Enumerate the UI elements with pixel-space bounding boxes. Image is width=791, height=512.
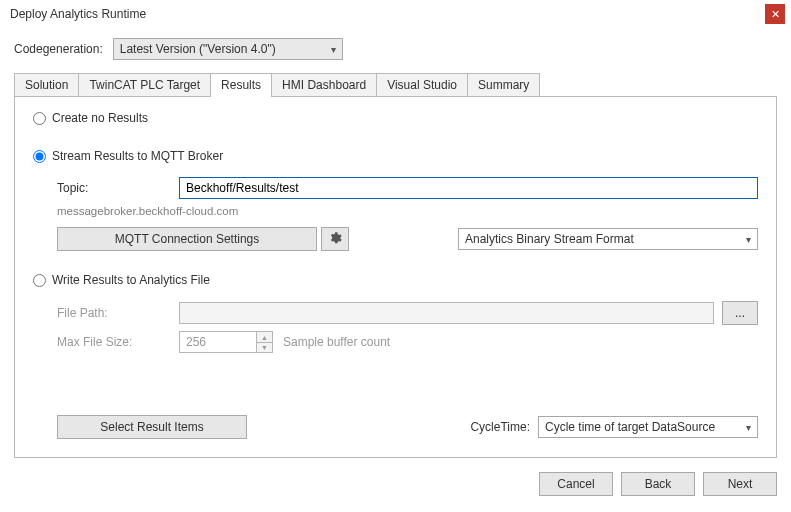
option-file-row[interactable]: Write Results to Analytics File	[33, 273, 758, 287]
footer: Cancel Back Next	[0, 466, 791, 512]
file-path-row: File Path: ...	[57, 301, 758, 325]
radio-stream-mqtt-label: Stream Results to MQTT Broker	[52, 149, 223, 163]
tab-visual-studio[interactable]: Visual Studio	[376, 73, 468, 97]
gear-icon	[328, 231, 342, 248]
max-file-size-spinner[interactable]: 256 ▲ ▼	[179, 331, 273, 353]
tab-results[interactable]: Results	[210, 73, 272, 97]
codegen-row: Codegeneration: Latest Version ("Version…	[0, 28, 791, 64]
spinner-up-icon[interactable]: ▲	[256, 332, 272, 342]
chevron-down-icon: ▾	[331, 44, 336, 55]
spinner-down-icon[interactable]: ▼	[256, 342, 272, 352]
next-button[interactable]: Next	[703, 472, 777, 496]
mqtt-settings-button[interactable]: MQTT Connection Settings	[57, 227, 317, 251]
chevron-down-icon: ▾	[746, 234, 751, 245]
window-title: Deploy Analytics Runtime	[10, 7, 146, 21]
close-icon: ✕	[771, 9, 780, 20]
mqtt-settings-gear-button[interactable]	[321, 227, 349, 251]
results-panel: Create no Results Stream Results to MQTT…	[14, 96, 777, 458]
max-file-size-row: Max File Size: 256 ▲ ▼ Sample buffer cou…	[57, 331, 758, 353]
radio-write-file-label: Write Results to Analytics File	[52, 273, 210, 287]
tab-summary[interactable]: Summary	[467, 73, 540, 97]
option-stream-row[interactable]: Stream Results to MQTT Broker	[33, 149, 758, 163]
radio-create-none-label: Create no Results	[52, 111, 148, 125]
max-file-size-value: 256	[186, 335, 206, 349]
cycletime-combo[interactable]: Cycle time of target DataSource ▾	[538, 416, 758, 438]
stream-format-combo[interactable]: Analytics Binary Stream Format ▾	[458, 228, 758, 250]
radio-create-none[interactable]	[33, 112, 46, 125]
select-result-items-button[interactable]: Select Result Items	[57, 415, 247, 439]
title-bar: Deploy Analytics Runtime ✕	[0, 0, 791, 28]
file-path-label: File Path:	[57, 306, 179, 320]
file-path-input	[179, 302, 714, 324]
chevron-down-icon: ▾	[746, 422, 751, 433]
tab-plc-target[interactable]: TwinCAT PLC Target	[78, 73, 211, 97]
close-button[interactable]: ✕	[765, 4, 785, 24]
cycletime-label: CycleTime:	[470, 420, 530, 434]
tab-solution[interactable]: Solution	[14, 73, 79, 97]
broker-host-text: messagebroker.beckhoff-cloud.com	[57, 205, 758, 217]
max-file-size-label: Max File Size:	[57, 335, 179, 349]
stream-format-value: Analytics Binary Stream Format	[465, 232, 634, 246]
tab-strip: Solution TwinCAT PLC Target Results HMI …	[0, 64, 791, 96]
cancel-button[interactable]: Cancel	[539, 472, 613, 496]
tab-hmi-dashboard[interactable]: HMI Dashboard	[271, 73, 377, 97]
topic-row: Topic:	[57, 177, 758, 199]
topic-input[interactable]	[179, 177, 758, 199]
codegen-combo[interactable]: Latest Version ("Version 4.0") ▾	[113, 38, 343, 60]
max-file-size-hint: Sample buffer count	[283, 335, 390, 349]
back-button[interactable]: Back	[621, 472, 695, 496]
radio-stream-mqtt[interactable]	[33, 150, 46, 163]
browse-file-button[interactable]: ...	[722, 301, 758, 325]
option-none-row[interactable]: Create no Results	[33, 111, 758, 125]
topic-label: Topic:	[57, 181, 179, 195]
radio-write-file[interactable]	[33, 274, 46, 287]
codegen-label: Codegeneration:	[14, 42, 103, 56]
codegen-value: Latest Version ("Version 4.0")	[120, 42, 276, 56]
cycletime-value: Cycle time of target DataSource	[545, 420, 715, 434]
